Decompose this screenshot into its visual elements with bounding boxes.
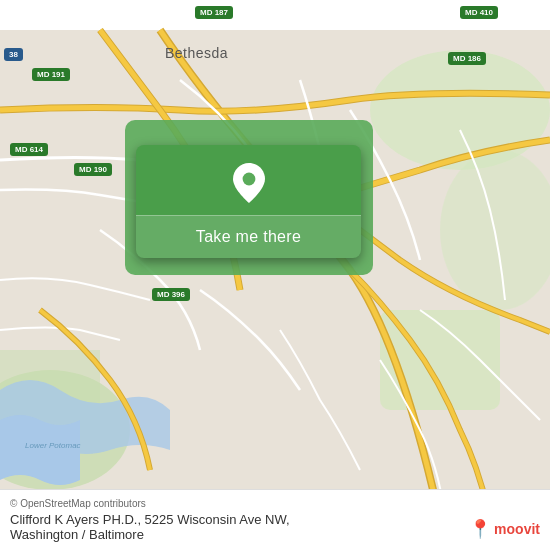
badge-md410: MD 410 [460,6,498,19]
moovit-pin-icon: 📍 [469,518,491,540]
map-svg: Lower Potomac [0,0,550,550]
badge-md614: MD 614 [10,143,48,156]
take-me-there-button[interactable]: Take me there [136,215,361,258]
bottom-bar: © OpenStreetMap contributors Clifford K … [0,489,550,550]
map-pin-icon [229,163,269,203]
moovit-brand-text: moovit [494,521,540,537]
pin-area [136,145,361,215]
badge-md396: MD 396 [152,288,190,301]
map-container: Lower Potomac [0,0,550,550]
moovit-logo: 📍 moovit [469,518,540,540]
city-line: Washington / Baltimore [10,527,290,542]
popup-card: Take me there [136,145,361,258]
svg-point-1 [370,50,550,170]
svg-point-7 [242,173,255,186]
address-line: Clifford K Ayers PH.D., 5225 Wisconsin A… [10,512,290,527]
city-label: Bethesda [165,45,228,61]
svg-text:Lower Potomac: Lower Potomac [25,441,81,450]
badge-md191: MD 191 [32,68,70,81]
attribution: © OpenStreetMap contributors [10,498,540,509]
badge-38: 38 [4,48,23,61]
badge-md190: MD 190 [74,163,112,176]
badge-md186: MD 186 [448,52,486,65]
badge-md187: MD 187 [195,6,233,19]
